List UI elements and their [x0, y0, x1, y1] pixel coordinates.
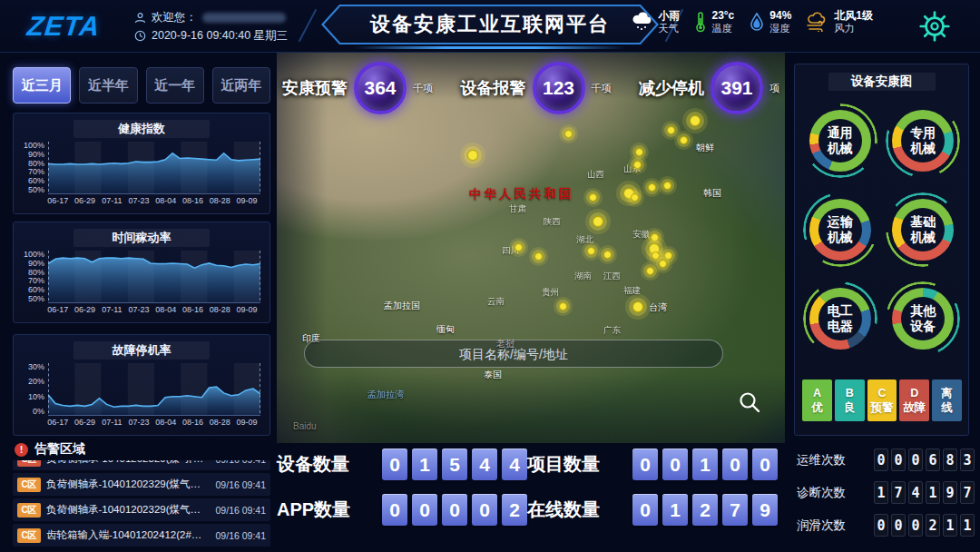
project-marker[interactable]: [648, 183, 656, 192]
digit-box: 9: [943, 481, 957, 504]
digit-box: 0: [874, 448, 888, 471]
chart-svg: [48, 251, 260, 303]
counter-在线数量: 在线数量01279: [527, 494, 778, 526]
header-divider: [299, 9, 318, 42]
search-input[interactable]: [305, 340, 722, 367]
zeta-logo: ZETA: [25, 11, 102, 42]
digit-box: 3: [960, 448, 975, 471]
kpi-row: 安康预警 364 千项 设备报警 123 千项 减少停机 391 项: [277, 62, 785, 114]
project-marker[interactable]: [646, 267, 654, 275]
map-search-bar: [304, 340, 723, 368]
gauge-电工电器[interactable]: 电工电器: [803, 281, 877, 356]
gauge-基础机械[interactable]: 基础机械: [886, 192, 960, 267]
platform-title-frame: 设备安康工业互联网平台: [321, 5, 659, 44]
gauge-运输机械[interactable]: 运输机械: [803, 192, 877, 267]
project-marker[interactable]: [559, 302, 567, 310]
weather-item-humidity: 94% 湿度: [749, 9, 791, 35]
project-marker[interactable]: [635, 148, 643, 156]
project-marker[interactable]: [564, 130, 573, 138]
project-marker[interactable]: [534, 252, 543, 261]
alert-row[interactable]: C区负荷侧轴承-10401202329(煤气引风机电…09/16 09:41: [13, 473, 270, 496]
project-marker[interactable]: [680, 136, 688, 144]
kpi-ring[interactable]: 391: [710, 62, 763, 114]
alert-row[interactable]: C区齿轮箱输入端-10401202412(2#（2V）…09/16 09:41: [13, 524, 270, 547]
alert-row[interactable]: C区负荷侧轴承-10401202329(煤 引风电机…09/16 09:41: [13, 460, 270, 470]
digit-box: 0: [874, 514, 888, 537]
user-block: 欢迎您： 2020-9-16 09:40:40 星期三: [134, 8, 288, 44]
project-marker[interactable]: [587, 247, 595, 255]
digit-box: 9: [752, 494, 778, 526]
project-marker[interactable]: [659, 260, 667, 268]
project-marker[interactable]: [652, 251, 660, 260]
time-filter-近半年[interactable]: 近半年: [79, 67, 137, 104]
digit-group: 00002: [382, 494, 527, 526]
x-axis-labels: 06-1706-2907-1107-2308-0408-1608-2809-09: [44, 418, 260, 427]
wind-icon: [806, 12, 829, 32]
y-axis-labels: 30%20%10%0%: [19, 363, 48, 416]
digit-box: 0: [472, 494, 497, 526]
gauge-其他设备[interactable]: 其他设备: [886, 281, 960, 356]
gauge-通用机械[interactable]: 通用机械: [803, 104, 877, 178]
project-marker[interactable]: [632, 301, 643, 312]
digit-box: 0: [891, 514, 906, 537]
alert-row[interactable]: C区负荷侧轴承-10401202329(煤气引风机电…09/16 09:41: [13, 498, 270, 521]
time-filter-近一年[interactable]: 近一年: [146, 67, 204, 104]
digit-box: 0: [382, 494, 407, 526]
y-axis-labels: 100%90%80%70%60%50%: [19, 142, 48, 194]
map-label-云南: 云南: [487, 296, 505, 308]
project-marker[interactable]: [603, 251, 612, 259]
country-name-label: 中华人民共和国: [469, 186, 574, 202]
digit-group: 01279: [632, 494, 778, 526]
kpi-label: 设备报警: [461, 77, 526, 99]
time-filter-近两年[interactable]: 近两年: [212, 67, 270, 104]
alert-zone-badge: C区: [17, 503, 41, 518]
clock-icon: [134, 30, 146, 42]
kpi-ring[interactable]: 364: [354, 62, 407, 114]
project-marker[interactable]: [514, 243, 523, 251]
project-marker[interactable]: [664, 251, 672, 260]
project-marker[interactable]: [633, 161, 642, 169]
header: ZETA 欢迎您： 2020-9-16 09:40:40 星期三 设备安康工业互…: [0, 0, 980, 53]
chart-title: 时间稼动率: [74, 229, 210, 247]
chart-body: 100%90%80%70%60%50%: [14, 249, 270, 303]
time-filter-近三月[interactable]: 近三月: [13, 67, 71, 104]
chart-plot: [48, 142, 260, 194]
legend-D: D故障: [899, 380, 929, 421]
panel-title: 设备安康图: [828, 73, 936, 91]
map-label-贵州: 贵州: [542, 287, 559, 299]
digit-box: 0: [722, 448, 748, 480]
weather-value: 23°c: [711, 9, 734, 23]
digit-group: 00100: [632, 448, 778, 480]
project-marker[interactable]: [667, 126, 675, 134]
counter-诊断次数: 诊断次数174197: [797, 481, 976, 504]
alert-text: 负荷侧轴承-10401202329(煤气引风机电…: [46, 503, 211, 517]
map-label-江西: 江西: [603, 271, 621, 282]
gauge-专用机械[interactable]: 专用机械: [886, 104, 960, 178]
counter-label: 设备数量: [277, 452, 371, 477]
health-legend: A优B良C预警D故障离线: [802, 380, 962, 421]
chart-title: 故障停机率: [74, 341, 210, 360]
project-marker[interactable]: [663, 182, 671, 190]
kpi-ring[interactable]: 123: [533, 62, 585, 114]
project-marker[interactable]: [690, 115, 701, 126]
project-marker[interactable]: [631, 193, 639, 202]
kpi-unit: 项: [769, 82, 779, 95]
project-marker[interactable]: [589, 193, 597, 202]
gauge-label: 运输机械: [818, 208, 862, 251]
digit-box: 2: [926, 514, 940, 537]
project-marker[interactable]: [651, 233, 659, 242]
project-marker[interactable]: [593, 216, 603, 227]
digit-box: 0: [891, 448, 906, 471]
settings-gear-icon[interactable]: [918, 10, 951, 43]
weather-item-wind: 北风1级 风力: [806, 9, 873, 35]
alert-time: 09/16 09:41: [216, 505, 266, 516]
search-icon[interactable]: [738, 390, 761, 414]
map-label-孟加拉国: 孟加拉国: [384, 300, 420, 312]
weather-bar: 小雨 天气 23°c 温度 94% 湿度: [632, 9, 873, 35]
digit-box: 0: [632, 494, 658, 526]
chart-body: 30%20%10%0%: [14, 361, 270, 416]
map-label-山西: 山西: [587, 169, 604, 181]
alert-list[interactable]: C区负荷侧轴承-10401202329(煤 引风电机…09/16 09:41C区…: [13, 460, 270, 552]
project-marker[interactable]: [467, 150, 478, 161]
digit-box: 0: [442, 494, 467, 526]
